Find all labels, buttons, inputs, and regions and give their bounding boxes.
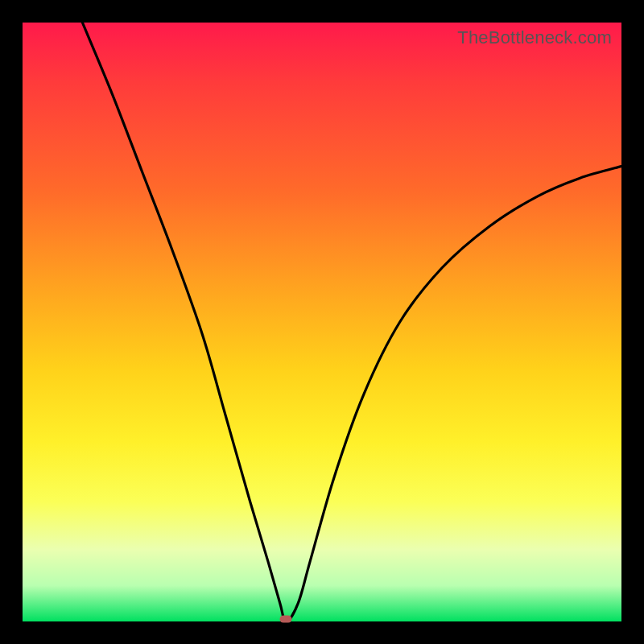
optimum-marker — [280, 616, 292, 623]
chart-frame: TheBottleneck.com — [0, 0, 644, 644]
bottleneck-curve — [23, 23, 621, 621]
chart-plot-area: TheBottleneck.com — [23, 23, 621, 621]
curve-path — [82, 23, 621, 621]
